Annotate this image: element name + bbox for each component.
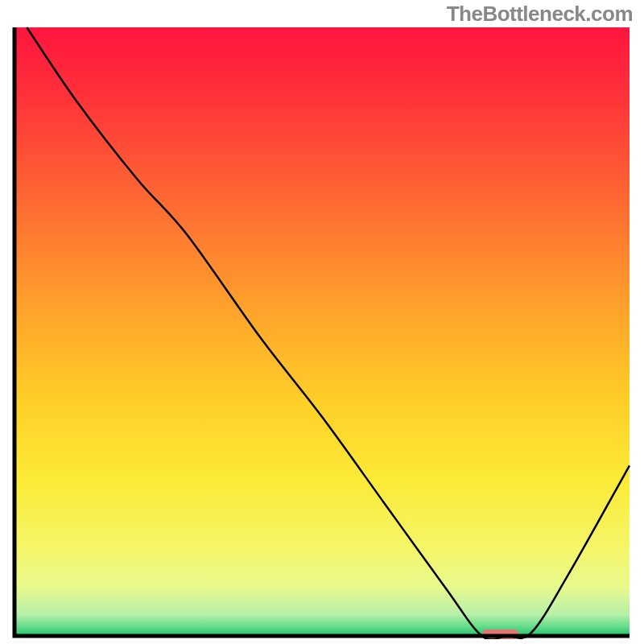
chart-svg (11, 26, 633, 639)
watermark-text: TheBottleneck.com (447, 2, 633, 27)
plot-background (14, 27, 630, 636)
bottleneck-chart (11, 26, 633, 639)
